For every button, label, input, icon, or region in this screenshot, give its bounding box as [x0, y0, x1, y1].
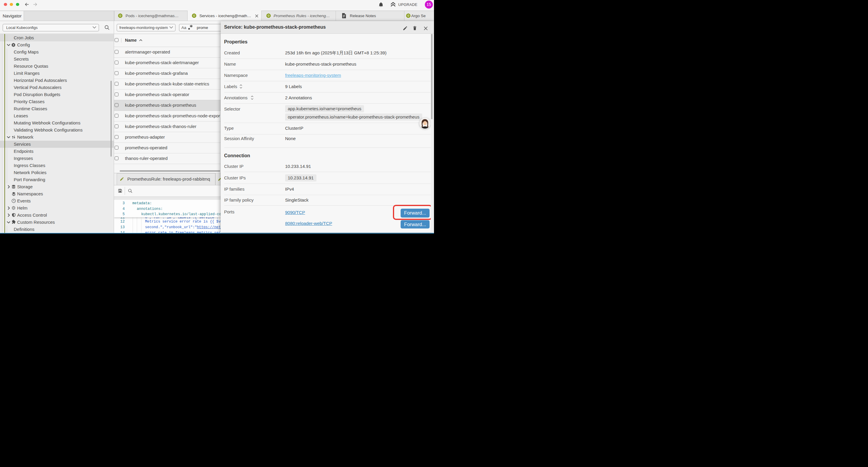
- svg-text:H: H: [13, 207, 14, 209]
